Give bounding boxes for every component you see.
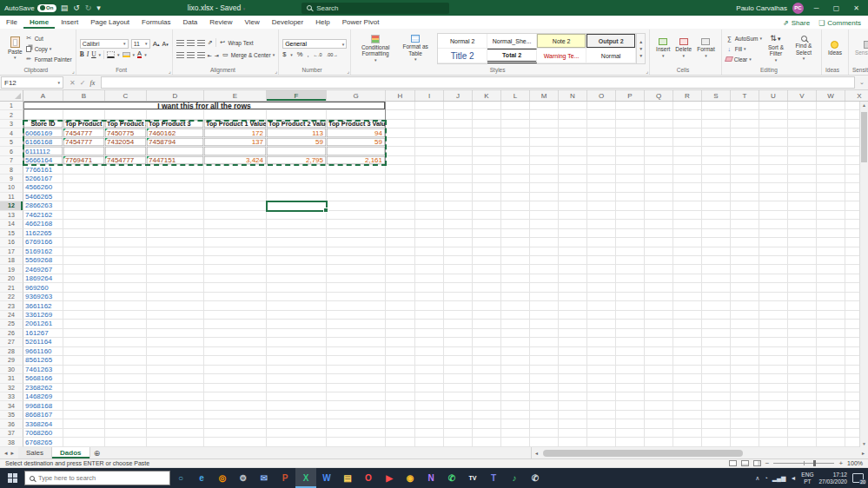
cell-S13[interactable] [702, 211, 731, 220]
cell-R33[interactable] [673, 392, 702, 401]
sheet-tab-sales[interactable]: Sales [18, 447, 52, 458]
cell-M15[interactable] [530, 229, 559, 238]
cell-E8[interactable] [204, 165, 267, 174]
cell-I22[interactable] [415, 293, 444, 301]
cell-A3[interactable]: Store ID [23, 120, 63, 129]
cell-T27[interactable] [731, 338, 759, 346]
cell-O17[interactable] [587, 247, 616, 256]
cell-V3[interactable] [788, 120, 817, 129]
cell-R1[interactable] [673, 102, 702, 110]
cell-V11[interactable] [788, 193, 817, 201]
cell-Q31[interactable] [645, 374, 673, 383]
cell-C25[interactable] [105, 320, 147, 328]
cell-O12[interactable] [587, 201, 616, 210]
cell-N26[interactable] [559, 329, 587, 338]
cell-I36[interactable] [415, 419, 444, 428]
cell-T16[interactable] [731, 238, 759, 247]
cell-I19[interactable] [415, 265, 444, 274]
redo-icon[interactable]: ↻ [85, 3, 92, 12]
cell-A16[interactable]: 6769166 [23, 238, 63, 247]
cell-T18[interactable] [731, 256, 759, 265]
cell-F15[interactable] [267, 229, 327, 238]
cell-T12[interactable] [731, 201, 759, 210]
cell-P29[interactable] [616, 356, 645, 365]
cell-K21[interactable] [473, 283, 501, 292]
cell-U29[interactable] [759, 356, 788, 365]
cell-H7[interactable] [386, 156, 415, 165]
cell-D25[interactable] [147, 320, 204, 328]
cell-N24[interactable] [559, 311, 587, 320]
cell-T28[interactable] [731, 347, 759, 356]
cell-D14[interactable] [147, 220, 204, 228]
column-header-H[interactable]: H [386, 90, 415, 101]
cell-H38[interactable] [386, 438, 415, 446]
cell-G12[interactable] [327, 201, 386, 210]
row-header-12[interactable]: 12 [0, 201, 23, 210]
cell-C37[interactable] [105, 429, 147, 438]
cell-D34[interactable] [147, 401, 204, 410]
cell-E15[interactable] [204, 229, 267, 238]
cell-B12[interactable] [63, 201, 105, 210]
cell-H27[interactable] [386, 338, 415, 346]
cell-M34[interactable] [530, 401, 559, 410]
cell-L33[interactable] [501, 392, 530, 401]
cell-O14[interactable] [587, 220, 616, 228]
cell-H30[interactable] [386, 366, 415, 374]
cell-E20[interactable] [204, 274, 267, 283]
cell-P10[interactable] [616, 183, 645, 192]
cell-I12[interactable] [415, 201, 444, 210]
column-header-W[interactable]: W [817, 90, 845, 101]
spotify-icon[interactable]: ♪ [504, 468, 525, 488]
cancel-icon[interactable]: ✕ [70, 79, 76, 87]
cell-K17[interactable] [473, 247, 501, 256]
cell-F31[interactable] [267, 374, 327, 383]
cell-L12[interactable] [501, 201, 530, 210]
cell-I2[interactable] [415, 110, 444, 119]
cell-M17[interactable] [530, 247, 559, 256]
cell-W3[interactable] [817, 120, 845, 129]
cell-O16[interactable] [587, 238, 616, 247]
cell-I27[interactable] [415, 338, 444, 346]
cell-W33[interactable] [817, 392, 845, 401]
cell-V5[interactable] [788, 138, 817, 147]
cell-M14[interactable] [530, 220, 559, 228]
cell-S29[interactable] [702, 356, 731, 365]
cell-A6[interactable]: 6111112 [23, 147, 63, 155]
row-header-24[interactable]: 24 [0, 311, 23, 320]
youtube-icon[interactable]: ▶ [379, 468, 400, 488]
row-header-25[interactable]: 25 [0, 320, 23, 328]
cell-D36[interactable] [147, 419, 204, 428]
scroll-down-icon[interactable]: ▼ [860, 441, 868, 446]
cell-J16[interactable] [444, 238, 473, 247]
cell-O35[interactable] [587, 411, 616, 419]
cell-W22[interactable] [817, 293, 845, 301]
cell-H4[interactable] [386, 129, 415, 137]
cell-L3[interactable] [501, 120, 530, 129]
cell-U12[interactable] [759, 201, 788, 210]
cell-F6[interactable] [267, 147, 327, 155]
cell-E29[interactable] [204, 356, 267, 365]
cell-M20[interactable] [530, 274, 559, 283]
cell-C4[interactable]: 7450775 [105, 129, 147, 137]
cell-E4[interactable]: 172 [204, 129, 267, 137]
cell-G8[interactable] [327, 165, 386, 174]
cell-I1[interactable] [415, 102, 444, 110]
cell-T17[interactable] [731, 247, 759, 256]
horizontal-scroll-thumb[interactable] [543, 450, 743, 457]
cell-R30[interactable] [673, 366, 702, 374]
cell-F38[interactable] [267, 438, 327, 446]
ribbon-tab-help[interactable]: Help [309, 16, 335, 29]
bottom-align-button[interactable] [197, 40, 205, 46]
cell-O30[interactable] [587, 366, 616, 374]
cell-G23[interactable] [327, 301, 386, 310]
orientation-button[interactable]: ⇗ [208, 39, 213, 46]
cell-V13[interactable] [788, 211, 817, 220]
increase-decimal-button[interactable]: ←.0 [314, 52, 322, 57]
cell-R14[interactable] [673, 220, 702, 228]
cell-D31[interactable] [147, 374, 204, 383]
cell-V23[interactable] [788, 301, 817, 310]
cell-S17[interactable] [702, 247, 731, 256]
dialog-launcher-icon[interactable]: ⌟ [72, 68, 75, 74]
cell-T11[interactable] [731, 193, 759, 201]
cell-N15[interactable] [559, 229, 587, 238]
